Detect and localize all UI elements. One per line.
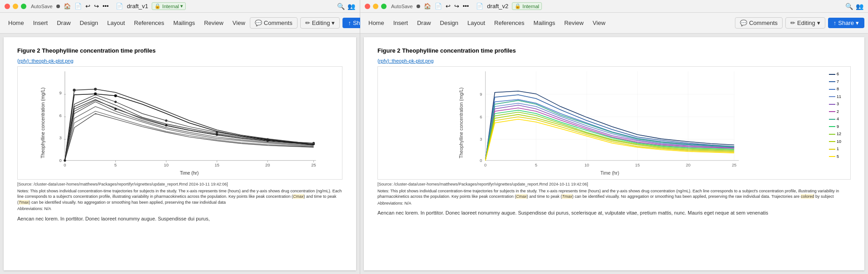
notes-text-right: Notes: This plot shows individual concen…	[377, 188, 851, 200]
svg-point-30	[114, 101, 117, 103]
pencil-icon-right: ✏	[790, 20, 795, 26]
tab-mailings-right[interactable]: Mailings	[529, 17, 560, 29]
redo-icon-left[interactable]: ↪	[94, 3, 99, 10]
maximize-button-left[interactable]	[21, 4, 26, 9]
svg-text:Theophylline concentration (mg: Theophylline concentration (mg/L)	[459, 88, 464, 158]
legend-item-8: 8	[829, 86, 849, 93]
share-icon-left: ↑	[348, 20, 351, 26]
more-icon-right[interactable]: •••	[463, 3, 469, 10]
minimize-button-left[interactable]	[13, 4, 18, 9]
body-text-right: Aencan nec lorem. In porttitor. Donec la…	[377, 209, 851, 217]
svg-text:0: 0	[59, 158, 61, 163]
tab-view-left[interactable]: View	[228, 17, 250, 29]
undo-icon-left[interactable]: ↩	[85, 3, 90, 10]
ribbon-actions-left: 💬 Comments ✏ Editing ▾ ↑ Share ▾	[250, 17, 379, 29]
tab-insert-left[interactable]: Insert	[29, 17, 53, 29]
chevron-icon-left: ▾	[332, 20, 335, 26]
svg-text:20: 20	[686, 163, 690, 167]
svg-point-25	[114, 108, 117, 110]
internal-badge-left: 🔒 Internal ▾	[152, 2, 186, 10]
minimize-button-right[interactable]	[373, 4, 378, 9]
svg-text:6: 6	[59, 113, 61, 118]
svg-text:25: 25	[732, 163, 736, 167]
doc-content-left: Figure 2 Theophylline concentration time…	[4, 37, 356, 270]
tab-layout-right[interactable]: Layout	[463, 17, 490, 29]
chart-legend-right: 6 7 8 11 3	[828, 67, 850, 179]
redo-icon-right[interactable]: ↪	[454, 3, 459, 10]
search-icon-right[interactable]: 🔍	[845, 3, 853, 10]
left-title-bar: AutoSave 🏠 📄 ↩ ↪ ••• 📄 draft_v1 🔒 Intern…	[0, 0, 360, 13]
source-text-right: [Source: /cluster-data/user-homes/matthe…	[377, 181, 851, 188]
svg-point-26	[165, 124, 167, 127]
doc-content-right: Figure 2 Theophylline concentration time…	[364, 37, 864, 270]
legend-item-7: 7	[829, 79, 849, 85]
more-icon-left[interactable]: •••	[103, 3, 109, 10]
tab-references-right[interactable]: References	[490, 17, 529, 29]
editing-button-right[interactable]: ✏ Editing ▾	[785, 17, 825, 29]
svg-text:0: 0	[484, 163, 486, 167]
editing-button-left[interactable]: ✏ Editing ▾	[300, 17, 340, 29]
tab-home-right[interactable]: Home	[364, 17, 389, 29]
tab-references-left[interactable]: References	[129, 17, 169, 29]
legend-item-4: 4	[829, 116, 849, 122]
people-icon-right[interactable]: 👥	[856, 3, 863, 10]
chart-svg-right: 0 3 6 9 0 5 10 15 20 25 Time (hr) Theoph…	[378, 67, 828, 179]
abbrev-text-left: Abbreviations: N/A	[17, 206, 342, 212]
autosave-dot-left	[56, 5, 60, 8]
file-name-right: draft_v2	[487, 3, 508, 10]
svg-text:15: 15	[635, 163, 640, 167]
figure-title-right: Figure 2 Theophylline concentration time…	[377, 46, 851, 55]
comment-icon-right: 💬	[740, 20, 747, 26]
autosave-dot-right	[417, 5, 420, 8]
left-title-area: AutoSave 🏠 📄 ↩ ↪ ••• 📄 draft_v1 🔒 Intern…	[31, 2, 337, 10]
tab-mailings-left[interactable]: Mailings	[169, 17, 200, 29]
tab-draw-right[interactable]: Draw	[412, 17, 435, 29]
legend-item-6: 6	[829, 71, 849, 78]
svg-text:Theophylline concentration (mg: Theophylline concentration (mg/L)	[40, 88, 45, 158]
internal-badge-right: 🔒 Internal	[512, 2, 542, 10]
tab-home-left[interactable]: Home	[4, 17, 29, 29]
people-icon-left[interactable]: 👥	[347, 3, 355, 10]
ref-link-left[interactable]: {rpfy}::theoph-pk-plot.png	[17, 57, 342, 65]
figure-title-left: Figure 2 Theophylline concentration time…	[17, 46, 342, 55]
ref-link-right[interactable]: {rpfy}::theoph-pk-plot.png	[377, 57, 851, 65]
legend-item-2: 2	[829, 109, 849, 115]
legend-item-3: 3	[829, 101, 849, 108]
tab-insert-right[interactable]: Insert	[389, 17, 413, 29]
svg-point-31	[165, 119, 167, 122]
undo-icon-right[interactable]: ↩	[446, 3, 451, 10]
close-button-left[interactable]	[5, 4, 10, 9]
tab-view-right[interactable]: View	[588, 17, 610, 29]
tab-draw-left[interactable]: Draw	[52, 17, 75, 29]
file-icon-left: 📄	[74, 3, 82, 10]
svg-text:Time (hr): Time (hr)	[600, 171, 620, 176]
svg-point-38	[94, 88, 97, 91]
legend-item-12: 12	[829, 131, 849, 137]
svg-text:9: 9	[59, 91, 61, 95]
tab-design-right[interactable]: Design	[436, 17, 463, 29]
legend-item-5: 5	[829, 154, 849, 160]
abbrev-text-right: Abbreviations: N/A	[377, 201, 851, 207]
maximize-button-right[interactable]	[381, 4, 387, 9]
comments-button-right[interactable]: 💬 Comments	[735, 17, 783, 29]
svg-text:15: 15	[214, 163, 219, 167]
left-toolbar-right: 🔍 👥	[337, 3, 355, 10]
right-window: AutoSave 🏠 📄 ↩ ↪ ••• 📄 draft_v2 🔒 Intern…	[360, 0, 868, 274]
tab-review-left[interactable]: Review	[199, 17, 228, 29]
tab-design-left[interactable]: Design	[75, 17, 103, 29]
svg-point-35	[94, 93, 97, 95]
share-button-right[interactable]: ↑ Share ▾	[828, 18, 864, 28]
notes-text-left: Notes: This plot shows individual concen…	[17, 188, 342, 206]
left-window: AutoSave 🏠 📄 ↩ ↪ ••• 📄 draft_v1 🔒 Intern…	[0, 0, 360, 274]
comments-button-left[interactable]: 💬 Comments	[250, 17, 298, 29]
tab-layout-left[interactable]: Layout	[103, 17, 129, 29]
svg-text:25: 25	[311, 163, 316, 167]
search-icon-left[interactable]: 🔍	[337, 3, 345, 10]
svg-text:5: 5	[114, 163, 117, 167]
close-button-right[interactable]	[365, 4, 370, 9]
legend-item-1: 1	[829, 146, 849, 152]
ribbon-actions-right: 💬 Comments ✏ Editing ▾ ↑ Share ▾	[735, 17, 864, 29]
window-controls-left	[5, 4, 26, 9]
tab-review-right[interactable]: Review	[560, 17, 588, 29]
file-name-left: draft_v1	[127, 3, 148, 10]
